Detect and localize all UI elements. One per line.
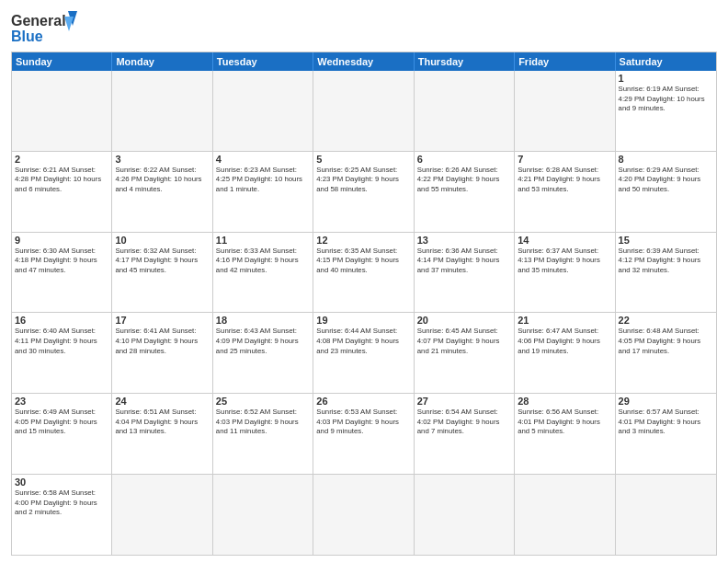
day-number: 25: [216, 396, 310, 407]
calendar-row: 23Sunrise: 6:49 AM Sunset: 4:05 PM Dayli…: [12, 393, 716, 474]
calendar-cell: [515, 475, 615, 555]
day-number: 9: [15, 235, 108, 246]
calendar-cell: 25Sunrise: 6:52 AM Sunset: 4:03 PM Dayli…: [213, 394, 313, 474]
weekday-header: Thursday: [415, 52, 515, 71]
sun-info: Sunrise: 6:45 AM Sunset: 4:07 PM Dayligh…: [417, 327, 511, 356]
day-number: 12: [316, 235, 410, 246]
day-number: 13: [417, 235, 511, 246]
sun-info: Sunrise: 6:49 AM Sunset: 4:05 PM Dayligh…: [15, 408, 108, 437]
calendar: SundayMondayTuesdayWednesdayThursdayFrid…: [11, 52, 717, 556]
day-number: 18: [216, 315, 310, 326]
sun-info: Sunrise: 6:47 AM Sunset: 4:06 PM Dayligh…: [518, 327, 611, 356]
svg-text:General: General: [11, 13, 66, 29]
calendar-cell: 29Sunrise: 6:57 AM Sunset: 4:01 PM Dayli…: [616, 394, 716, 474]
day-number: 23: [15, 396, 108, 407]
day-number: 5: [316, 154, 410, 165]
day-number: 27: [417, 396, 511, 407]
day-number: 11: [216, 235, 310, 246]
logo-icon: GeneralBlue: [11, 9, 85, 46]
sun-info: Sunrise: 6:54 AM Sunset: 4:02 PM Dayligh…: [417, 408, 511, 437]
calendar-cell: 27Sunrise: 6:54 AM Sunset: 4:02 PM Dayli…: [415, 394, 515, 474]
calendar-row: 9Sunrise: 6:30 AM Sunset: 4:18 PM Daylig…: [12, 232, 716, 313]
calendar-cell: 12Sunrise: 6:35 AM Sunset: 4:15 PM Dayli…: [313, 233, 414, 313]
sun-info: Sunrise: 6:30 AM Sunset: 4:18 PM Dayligh…: [15, 247, 108, 276]
sun-info: Sunrise: 6:48 AM Sunset: 4:05 PM Dayligh…: [619, 327, 713, 356]
sun-info: Sunrise: 6:37 AM Sunset: 4:13 PM Dayligh…: [518, 247, 611, 276]
calendar-row: 30Sunrise: 6:58 AM Sunset: 4:00 PM Dayli…: [12, 474, 716, 555]
sun-info: Sunrise: 6:19 AM Sunset: 4:29 PM Dayligh…: [619, 85, 713, 114]
weekday-header: Monday: [112, 52, 212, 71]
calendar-row: 16Sunrise: 6:40 AM Sunset: 4:11 PM Dayli…: [12, 312, 716, 393]
calendar-cell: 9Sunrise: 6:30 AM Sunset: 4:18 PM Daylig…: [12, 233, 112, 313]
day-number: 8: [619, 154, 713, 165]
sun-info: Sunrise: 6:21 AM Sunset: 4:28 PM Dayligh…: [15, 166, 108, 195]
sun-info: Sunrise: 6:56 AM Sunset: 4:01 PM Dayligh…: [518, 408, 611, 437]
calendar-header: SundayMondayTuesdayWednesdayThursdayFrid…: [12, 52, 716, 71]
day-number: 26: [316, 396, 410, 407]
weekday-header: Wednesday: [313, 52, 414, 71]
calendar-cell: 16Sunrise: 6:40 AM Sunset: 4:11 PM Dayli…: [12, 313, 112, 393]
sun-info: Sunrise: 6:25 AM Sunset: 4:23 PM Dayligh…: [316, 166, 410, 195]
day-number: 1: [619, 73, 713, 84]
day-number: 14: [518, 235, 611, 246]
calendar-cell: [213, 475, 313, 555]
sun-info: Sunrise: 6:57 AM Sunset: 4:01 PM Dayligh…: [619, 408, 713, 437]
sun-info: Sunrise: 6:43 AM Sunset: 4:09 PM Dayligh…: [216, 327, 310, 356]
day-number: 30: [15, 477, 108, 488]
calendar-cell: 11Sunrise: 6:33 AM Sunset: 4:16 PM Dayli…: [213, 233, 313, 313]
sun-info: Sunrise: 6:29 AM Sunset: 4:20 PM Dayligh…: [619, 166, 713, 195]
sun-info: Sunrise: 6:58 AM Sunset: 4:00 PM Dayligh…: [15, 488, 108, 518]
day-number: 20: [417, 315, 511, 326]
calendar-cell: 26Sunrise: 6:53 AM Sunset: 4:03 PM Dayli…: [313, 394, 414, 474]
sun-info: Sunrise: 6:35 AM Sunset: 4:15 PM Dayligh…: [316, 247, 410, 276]
day-number: 21: [518, 315, 611, 326]
day-number: 29: [619, 396, 713, 407]
sun-info: Sunrise: 6:40 AM Sunset: 4:11 PM Dayligh…: [15, 327, 108, 356]
day-number: 16: [15, 315, 108, 326]
calendar-cell: 5Sunrise: 6:25 AM Sunset: 4:23 PM Daylig…: [313, 152, 414, 232]
sun-info: Sunrise: 6:39 AM Sunset: 4:12 PM Dayligh…: [619, 247, 713, 276]
sun-info: Sunrise: 6:26 AM Sunset: 4:22 PM Dayligh…: [417, 166, 511, 195]
calendar-cell: [112, 71, 212, 151]
calendar-cell: 14Sunrise: 6:37 AM Sunset: 4:13 PM Dayli…: [515, 233, 615, 313]
sun-info: Sunrise: 6:33 AM Sunset: 4:16 PM Dayligh…: [216, 247, 310, 276]
sun-info: Sunrise: 6:22 AM Sunset: 4:26 PM Dayligh…: [115, 166, 209, 195]
calendar-cell: 22Sunrise: 6:48 AM Sunset: 4:05 PM Dayli…: [616, 313, 716, 393]
weekday-header: Friday: [515, 52, 615, 71]
sun-info: Sunrise: 6:36 AM Sunset: 4:14 PM Dayligh…: [417, 247, 511, 276]
calendar-cell: 19Sunrise: 6:44 AM Sunset: 4:08 PM Dayli…: [313, 313, 414, 393]
day-number: 22: [619, 315, 713, 326]
calendar-cell: [12, 71, 112, 151]
calendar-cell: 2Sunrise: 6:21 AM Sunset: 4:28 PM Daylig…: [12, 152, 112, 232]
calendar-cell: [415, 71, 515, 151]
day-number: 24: [115, 396, 209, 407]
day-number: 10: [115, 235, 209, 246]
day-number: 19: [316, 315, 410, 326]
calendar-cell: 15Sunrise: 6:39 AM Sunset: 4:12 PM Dayli…: [616, 233, 716, 313]
logo: GeneralBlue: [11, 9, 85, 46]
sun-info: Sunrise: 6:23 AM Sunset: 4:25 PM Dayligh…: [216, 166, 310, 195]
calendar-cell: 13Sunrise: 6:36 AM Sunset: 4:14 PM Dayli…: [415, 233, 515, 313]
calendar-cell: 10Sunrise: 6:32 AM Sunset: 4:17 PM Dayli…: [112, 233, 212, 313]
day-number: 3: [115, 154, 209, 165]
sun-info: Sunrise: 6:53 AM Sunset: 4:03 PM Dayligh…: [316, 408, 410, 437]
calendar-cell: 23Sunrise: 6:49 AM Sunset: 4:05 PM Dayli…: [12, 394, 112, 474]
calendar-row: 2Sunrise: 6:21 AM Sunset: 4:28 PM Daylig…: [12, 151, 716, 232]
sun-info: Sunrise: 6:52 AM Sunset: 4:03 PM Dayligh…: [216, 408, 310, 437]
sun-info: Sunrise: 6:44 AM Sunset: 4:08 PM Dayligh…: [316, 327, 410, 356]
sun-info: Sunrise: 6:41 AM Sunset: 4:10 PM Dayligh…: [115, 327, 209, 356]
calendar-cell: 20Sunrise: 6:45 AM Sunset: 4:07 PM Dayli…: [415, 313, 515, 393]
calendar-cell: [112, 475, 212, 555]
day-number: 7: [518, 154, 611, 165]
page-header: GeneralBlue: [11, 9, 717, 46]
calendar-cell: 7Sunrise: 6:28 AM Sunset: 4:21 PM Daylig…: [515, 152, 615, 232]
day-number: 2: [15, 154, 108, 165]
weekday-header: Saturday: [616, 52, 716, 71]
svg-text:Blue: Blue: [11, 29, 43, 44]
day-number: 28: [518, 396, 611, 407]
weekday-header: Sunday: [12, 52, 112, 71]
calendar-row: 1Sunrise: 6:19 AM Sunset: 4:29 PM Daylig…: [12, 71, 716, 151]
calendar-cell: [213, 71, 313, 151]
calendar-cell: 24Sunrise: 6:51 AM Sunset: 4:04 PM Dayli…: [112, 394, 212, 474]
calendar-cell: 21Sunrise: 6:47 AM Sunset: 4:06 PM Dayli…: [515, 313, 615, 393]
